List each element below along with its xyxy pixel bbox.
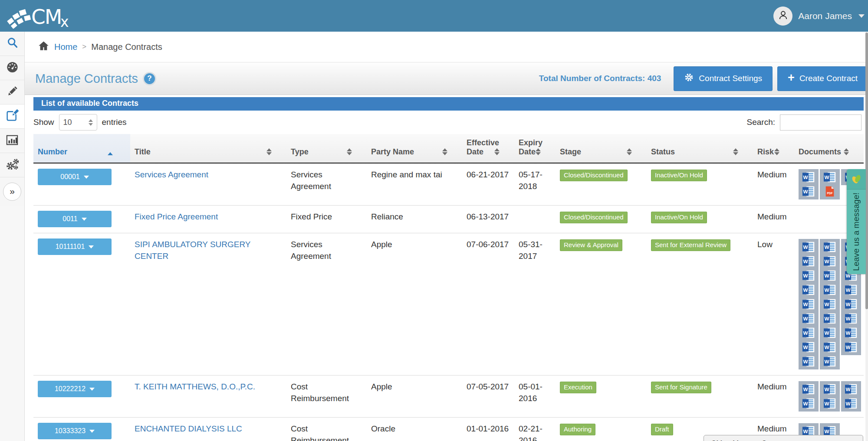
column-header-status[interactable]: Status [647, 134, 753, 163]
word-document-icon[interactable]: W [845, 342, 857, 353]
chat-widget-tab[interactable]: Leave us a message! [847, 169, 866, 274]
contract-title-link[interactable]: SIPI AMBULATORY SURGERY CENTER [135, 240, 250, 261]
entries-select[interactable]: 10 [59, 114, 97, 131]
word-document-icon[interactable]: W [802, 284, 815, 295]
contract-title-link[interactable]: T. KEITH MATTHEWS, D.O.,P.C. [135, 382, 255, 391]
word-document-icon[interactable]: W [824, 327, 836, 338]
entries-label: entries [102, 118, 127, 127]
pencil-icon [6, 85, 19, 99]
word-document-icon[interactable]: W [824, 270, 836, 281]
word-document-icon[interactable]: W [824, 342, 836, 353]
page-title: Manage Contracts [35, 72, 138, 86]
word-document-icon[interactable]: W [802, 356, 815, 367]
word-document-icon[interactable]: W [802, 327, 815, 338]
column-header-expiry-date[interactable]: Expiry Date [514, 134, 556, 163]
sort-both-icon [347, 148, 352, 155]
plus-icon: + [788, 72, 795, 84]
sidebar-item-manage-contracts[interactable] [0, 105, 24, 129]
word-document-icon[interactable]: W [845, 284, 857, 295]
word-document-icon[interactable]: W [824, 256, 836, 267]
documents-column: WPDF [820, 169, 840, 199]
svg-text:x: x [60, 13, 69, 29]
bar-chart-icon [6, 134, 19, 148]
chat-tab-label: Leave us a message! [852, 193, 861, 271]
word-document-icon[interactable]: W [845, 327, 857, 338]
minimized-window-bar[interactable]: CMx - Manage Contracts [704, 435, 863, 441]
search-input[interactable] [780, 114, 861, 131]
word-document-icon[interactable]: W [802, 384, 815, 395]
contract-number-button[interactable]: 10111101 [38, 238, 112, 255]
column-header-stage[interactable]: Stage [556, 134, 647, 163]
word-document-icon[interactable]: W [802, 270, 815, 281]
word-document-icon[interactable]: W [802, 313, 815, 324]
word-document-icon[interactable]: W [824, 398, 836, 409]
word-document-icon[interactable]: W [845, 299, 857, 310]
user-name: Aaron James [798, 11, 852, 21]
contract-number-button[interactable]: 10333323 [38, 423, 112, 439]
cell-party-name: Apple [367, 233, 462, 376]
svg-text:W: W [803, 316, 808, 321]
word-document-icon[interactable]: W [802, 172, 815, 183]
breadcrumb-home-link[interactable]: Home [54, 42, 77, 52]
home-icon[interactable] [38, 40, 49, 54]
column-header-risk[interactable]: Risk [753, 134, 794, 163]
contract-title-link[interactable]: Services Agreement [135, 170, 208, 179]
pdf-document-icon[interactable]: PDF [824, 186, 836, 197]
cell-number: 10222212 [33, 376, 130, 418]
contract-number-button[interactable]: 00001 [38, 169, 112, 185]
sidebar-item-authoring[interactable] [0, 80, 24, 105]
help-icon[interactable]: ? [143, 72, 156, 85]
word-document-icon[interactable]: W [802, 242, 815, 252]
contract-number-button[interactable]: 10222212 [38, 381, 112, 397]
word-document-icon[interactable]: W [802, 398, 815, 409]
word-document-icon[interactable]: W [845, 398, 857, 409]
section-title-bar: List of available Contracts [33, 97, 864, 111]
create-contract-label: Create Contract [799, 74, 858, 83]
column-label: Party Name [371, 147, 414, 156]
word-document-icon[interactable]: W [802, 256, 815, 267]
contract-title-link[interactable]: ENCHANTED DIALYSIS LLC [135, 424, 242, 433]
cell-risk: Medium [753, 163, 794, 206]
column-header-documents[interactable]: Documents [794, 134, 864, 163]
chevron-down-icon [89, 430, 95, 433]
chevron-down-icon [84, 176, 89, 179]
word-document-icon[interactable]: W [824, 242, 836, 252]
sidebar-item-search[interactable] [0, 32, 24, 56]
table-row: 00001Services AgreementServices Agreemen… [33, 163, 864, 206]
main-area: Home > Manage Contracts Manage Contracts… [25, 32, 868, 441]
user-menu[interactable]: Aaron James [773, 7, 865, 26]
word-document-icon[interactable]: W [802, 342, 815, 353]
word-document-icon[interactable]: W [824, 313, 836, 324]
breadcrumb-separator: > [82, 42, 86, 51]
contract-settings-button[interactable]: Contract Settings [674, 66, 773, 91]
column-header-type[interactable]: Type [286, 134, 367, 163]
cell-stage: Review & Approval [556, 233, 647, 376]
svg-text:W: W [803, 301, 808, 307]
column-header-effective-date[interactable]: Effective Date [462, 134, 514, 163]
word-document-icon[interactable]: W [802, 186, 815, 197]
contract-title-link[interactable]: Fixed Price Agreement [135, 212, 218, 221]
word-document-icon[interactable]: W [824, 172, 836, 183]
word-document-icon[interactable]: W [824, 299, 836, 310]
sidebar-item-reports[interactable] [0, 129, 24, 153]
column-header-number[interactable]: Number [33, 134, 130, 163]
create-contract-button[interactable]: + Create Contract [777, 66, 868, 91]
word-document-icon[interactable]: W [802, 299, 815, 310]
sort-ascending-icon [108, 152, 113, 155]
double-chevron-right-icon[interactable]: » [3, 183, 21, 201]
contract-number-button[interactable]: 0011 [38, 211, 112, 227]
word-document-icon[interactable]: W [845, 384, 857, 395]
sidebar-item-dashboard[interactable] [0, 56, 24, 80]
word-document-icon[interactable]: W [845, 313, 857, 324]
column-header-party-name[interactable]: Party Name [367, 134, 462, 163]
logo-flag-icon [7, 9, 31, 29]
word-document-icon[interactable]: W [824, 284, 836, 295]
sidebar-item-admin-settings[interactable] [0, 153, 24, 177]
avatar[interactable] [773, 7, 792, 26]
cell-type: Fixed Price [286, 206, 367, 233]
svg-text:W: W [824, 287, 829, 293]
top-header: CM x Aaron James [0, 0, 868, 32]
word-document-icon[interactable]: W [824, 356, 836, 367]
column-header-title[interactable]: Title [130, 134, 286, 163]
word-document-icon[interactable]: W [824, 384, 836, 395]
